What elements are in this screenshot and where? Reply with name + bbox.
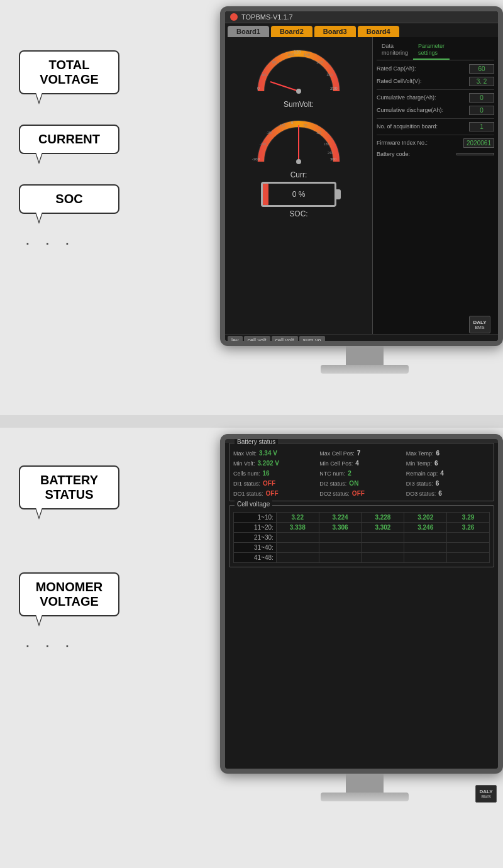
bstatus-ntc-num: NTC num: 2 [319, 470, 403, 477]
top-dots: · · · [19, 226, 119, 253]
bstatus-di2: DI2 status: ON [319, 480, 403, 487]
battery-code-value [456, 153, 494, 155]
current-bubble: CURRENT [19, 125, 119, 154]
param-rated-cellvolt: Rated CellVolt(V): 3. 2 [377, 77, 494, 86]
bstatus-remain-cap: Remain cap: 4 [406, 470, 490, 477]
cv-cell-4-1 [276, 543, 319, 553]
cv-cell-4-5 [447, 543, 490, 553]
bottom-tab-cell1[interactable]: cell volt [244, 336, 270, 345]
bottom-section: BATTERY STATUS MONOMER VOLTAGE · · · Bat… [0, 428, 503, 868]
param-rated-cap: Rated Cap(Ah): 60 [377, 64, 494, 74]
bms-titlebar: TOPBMS-V1.1.7 [225, 11, 498, 23]
bottom-dots: · · · [19, 629, 119, 655]
min-temp-val: 6 [434, 460, 438, 467]
max-temp-val: 6 [436, 450, 440, 457]
cv-cell-1-1: 3.22 [276, 513, 319, 523]
cv-row-11-20: 11~20: 3.338 3.306 3.302 3.246 3.26 [234, 523, 490, 533]
bottom-bubbles: BATTERY STATUS MONOMER VOLTAGE · · · [19, 465, 119, 655]
bms-app-bottom: Battery status Max Volt: 3.34 V Max Cell… [225, 443, 498, 772]
bstatus-min-temp: Min Temp: 6 [406, 460, 490, 467]
svg-text:300: 300 [330, 157, 337, 161]
di1-key: DI1 status: [233, 481, 260, 487]
cell-voltage-title: Cell voltage [235, 501, 272, 508]
do3-val: 6 [438, 490, 442, 497]
monomer-voltage-label: MONOMER VOLTAGE [36, 580, 103, 608]
cv-cell-1-2: 3.224 [319, 513, 362, 523]
svg-text:160: 160 [316, 60, 323, 64]
bottom-tab-sumvo[interactable]: sum vo [299, 336, 325, 345]
battery-status-label: BATTERY STATUS [40, 473, 98, 501]
bottom-tab-lev[interactable]: lev [228, 336, 243, 345]
monitor-body-bottom: Battery status Max Volt: 3.34 V Max Cell… [220, 434, 503, 774]
param-cum-charge: Cumulative charge(Ah): 0 [377, 93, 494, 103]
min-volt-key: Min Volt: [233, 460, 255, 467]
ntc-num-key: NTC num: [319, 470, 345, 477]
tab-board2[interactable]: Board2 [271, 26, 312, 37]
svg-line-3 [270, 82, 299, 91]
bstatus-min-cell-pos: Min Cell Pos: 4 [319, 460, 403, 467]
svg-text:120: 120 [316, 131, 322, 135]
firmware-label: Firmware Index No.: [377, 140, 428, 146]
cv-row-label-1: 1~10: [234, 513, 277, 523]
cv-cell-3-3 [362, 533, 404, 543]
nav-data-monitoring[interactable]: Datamonitoring [377, 41, 413, 60]
monitor-body-top: TOPBMS-V1.1.7 Board1 Board2 Board3 Board… [220, 6, 503, 346]
cv-cell-4-2 [319, 543, 362, 553]
bstatus-max-volt: Max Volt: 3.34 V [233, 450, 317, 457]
bstatus-do3: DO3 status: 6 [406, 490, 490, 497]
svg-text:120: 120 [294, 50, 301, 54]
svg-text:0: 0 [257, 86, 260, 91]
cum-charge-value: 0 [469, 93, 494, 103]
rated-cap-value: 60 [469, 64, 494, 74]
cv-row-label-2: 11~20: [234, 523, 277, 533]
param-battery-code: Battery code: [377, 151, 494, 157]
tab-board4[interactable]: Board4 [358, 26, 399, 37]
top-bubbles: TOTAL VOLTAGE CURRENT SOC · · · [19, 50, 119, 253]
soc-bubble: SOC [19, 184, 119, 214]
bstatus-max-temp: Max Temp: 6 [406, 450, 490, 457]
param-cum-discharge: Cumulative discharge(Ah): 0 [377, 106, 494, 115]
soc-display-label: SOC: [289, 209, 307, 218]
di2-key: DI2 status: [319, 481, 346, 487]
battery-status-title: Battery status [235, 438, 278, 445]
current-label: CURRENT [38, 132, 100, 146]
total-voltage-bubble: TOTAL VOLTAGE [19, 50, 119, 94]
di3-val: 6 [436, 480, 439, 487]
cv-cell-4-4 [404, 543, 447, 553]
cv-cell-2-4: 3.246 [404, 523, 447, 533]
max-cell-pos-val: 7 [357, 450, 361, 457]
cum-discharge-value: 0 [469, 106, 494, 115]
di3-key: DI3 status: [406, 481, 433, 487]
cv-cell-3-1 [276, 533, 319, 543]
cv-row-label-3: 21~30: [234, 533, 277, 543]
min-cell-pos-key: Min Cell Pos: [319, 460, 353, 467]
cv-cell-3-5 [447, 533, 490, 543]
di1-val: OFF [263, 480, 275, 487]
cum-charge-label: Cumulative charge(Ah): [377, 94, 436, 101]
monitor-bottom: Battery status Max Volt: 3.34 V Max Cell… [220, 434, 503, 811]
do2-key: DO2 status: [319, 491, 350, 497]
max-cell-pos-key: Max Cell Pos: [319, 450, 355, 457]
voltage-gauge: 0 120 200 60 80 100 140 [248, 41, 349, 97]
cv-cell-5-4 [404, 553, 447, 563]
param-acq-board: No. of acquisition board: 1 [377, 122, 494, 131]
tab-board1[interactable]: Board1 [228, 26, 269, 37]
bottom-tab-cell2[interactable]: cell volt [272, 336, 298, 345]
tab-board3[interactable]: Board3 [314, 26, 356, 37]
svg-text:-180: -180 [266, 131, 272, 135]
curr-label: Curr: [290, 170, 307, 179]
ntc-num-val: 2 [348, 470, 351, 477]
cells-num-key: Cells num: [233, 470, 260, 477]
svg-text:100: 100 [287, 53, 294, 57]
acq-board-value: 1 [469, 122, 494, 131]
min-volt-val: 3.202 V [258, 460, 279, 467]
bstatus-do2: DO2 status: OFF [319, 490, 403, 497]
cv-row-31-40: 31~40: [234, 543, 490, 553]
svg-text:-300: -300 [252, 157, 260, 161]
min-cell-pos-val: 4 [355, 460, 359, 467]
bms-params-panel: Datamonitoring Parametersettings Rated C… [372, 37, 498, 334]
close-btn[interactable] [230, 13, 238, 21]
nav-parameter-settings[interactable]: Parametersettings [413, 41, 450, 60]
daly-logo-top: DALY BMS [469, 316, 490, 333]
monitor-neck-top [346, 346, 384, 365]
